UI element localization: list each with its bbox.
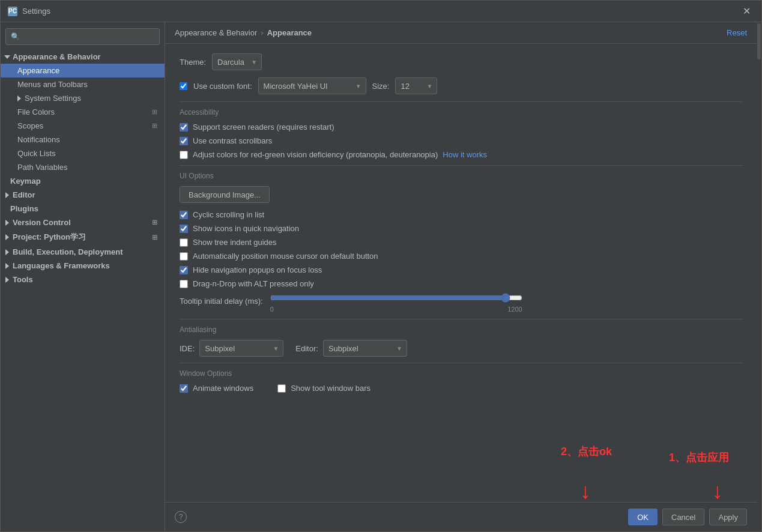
footer-bar: ? OK Cancel Apply (165, 502, 757, 531)
cancel-button[interactable]: Cancel (662, 509, 704, 525)
drag-drop-label: Drag-n-Drop with ALT pressed only (193, 279, 314, 288)
sidebar-item-notifications[interactable]: Notifications (1, 133, 165, 147)
sidebar-item-label: Version Control (13, 218, 71, 227)
editor-select[interactable]: Subpixel (323, 340, 407, 357)
sidebar-item-label: Quick Lists (17, 149, 56, 158)
show-tree-label: Show tree indent guides (193, 238, 276, 247)
show-tool-window-label: Show tool window bars (291, 384, 370, 393)
scrollbar[interactable] (757, 22, 761, 531)
sidebar-item-label: File Colors (17, 107, 55, 116)
tooltip-delay-label: Tooltip initial delay (ms): (180, 293, 263, 306)
sidebar-item-label: Editor (13, 190, 35, 199)
divider3 (180, 319, 742, 319)
cyclic-scrolling-checkbox[interactable] (180, 211, 188, 219)
hide-navigation-checkbox[interactable] (180, 266, 188, 274)
scrollbar-thumb[interactable] (757, 23, 761, 59)
breadcrumb-bar: Appearance & Behavior › Appearance Reset (165, 22, 757, 44)
sidebar-item-keymap[interactable]: Keymap (1, 174, 165, 188)
show-icons-row: Show icons in quick navigation (180, 224, 742, 233)
slider-container: 0 1200 (270, 293, 742, 313)
expand-icon (5, 249, 9, 255)
divider2 (180, 165, 742, 166)
slider-labels: 0 1200 (270, 306, 522, 313)
breadcrumb-separator: › (261, 28, 263, 37)
main-panel: Appearance & Behavior › Appearance Reset… (165, 22, 757, 531)
close-button[interactable]: ✕ (739, 5, 754, 17)
sidebar-item-label: Build, Execution, Deployment (13, 247, 122, 256)
size-select[interactable]: 12 (395, 77, 437, 94)
ide-label: IDE: (180, 344, 195, 353)
sidebar-item-scopes[interactable]: Scopes ⊞ (1, 119, 165, 133)
window-title: Settings (22, 7, 50, 16)
expand-icon (5, 263, 9, 269)
theme-select[interactable]: Darcula (212, 53, 262, 70)
auto-position-label: Automatically position mouse cursor on d… (193, 252, 378, 261)
sidebar-item-label: Plugins (10, 204, 38, 213)
settings-area: Theme: Darcula ▼ Use custom font: Micro (165, 44, 757, 502)
divider (180, 101, 742, 102)
apply-button[interactable]: Apply (709, 509, 747, 525)
sidebar-item-label: Languages & Frameworks (13, 261, 110, 270)
sidebar-item-file-colors[interactable]: File Colors ⊞ (1, 105, 165, 119)
tooltip-slider[interactable] (270, 293, 522, 303)
editor-antialiasing-item: Editor: Subpixel ▼ (295, 340, 407, 357)
background-image-button[interactable]: Background Image... (180, 186, 270, 203)
show-tool-window-checkbox[interactable] (277, 384, 286, 393)
ide-select[interactable]: Subpixel (199, 340, 283, 357)
sidebar-item-editor[interactable]: Editor (1, 188, 165, 202)
sidebar-item-languages[interactable]: Languages & Frameworks (1, 259, 165, 273)
sidebar-item-appearance-behavior[interactable]: Appearance & Behavior (1, 50, 165, 64)
reset-button[interactable]: Reset (727, 28, 747, 37)
sidebar-item-menus-toolbars[interactable]: Menus and Toolbars (1, 77, 165, 91)
help-button[interactable]: ? (175, 511, 187, 523)
sidebar-item-label: Appearance (17, 66, 59, 75)
hide-navigation-row: Hide navigation popups on focus loss (180, 265, 742, 274)
font-select[interactable]: Microsoft YaHei UI (258, 77, 366, 94)
contrast-scrollbars-label: Use contrast scrollbars (193, 136, 272, 145)
adjust-colors-label: Adjust colors for red-green vision defic… (193, 150, 438, 159)
copy-icon: ⊞ (152, 234, 157, 241)
sidebar: 🔍 Appearance & Behavior Appearance Menus… (1, 22, 165, 531)
adjust-colors-checkbox[interactable] (180, 151, 188, 159)
sidebar-item-build[interactable]: Build, Execution, Deployment (1, 245, 165, 259)
use-custom-font-checkbox[interactable] (180, 82, 187, 90)
sidebar-item-version-control[interactable]: Version Control ⊞ (1, 216, 165, 229)
show-icons-checkbox[interactable] (180, 225, 188, 233)
sidebar-item-label: Menus and Toolbars (17, 80, 88, 89)
sidebar-item-label: Tools (13, 275, 33, 284)
use-custom-font-label: Use custom font: (193, 82, 252, 91)
sidebar-item-label: System Settings (25, 94, 81, 103)
cyclic-scrolling-label: Cyclic scrolling in list (193, 210, 264, 219)
show-tool-window-row: Show tool window bars (277, 384, 370, 393)
sidebar-item-tools[interactable]: Tools (1, 273, 165, 286)
support-screen-readers-checkbox[interactable] (180, 123, 188, 131)
auto-position-checkbox[interactable] (180, 252, 188, 261)
show-tree-checkbox[interactable] (180, 238, 188, 247)
theme-row: Theme: Darcula ▼ (180, 53, 742, 70)
sidebar-item-appearance[interactable]: Appearance (1, 64, 165, 77)
expand-icon (5, 277, 9, 283)
sidebar-item-quick-lists[interactable]: Quick Lists (1, 147, 165, 160)
app-icon: PC (8, 7, 17, 16)
slider-min: 0 (270, 306, 274, 313)
contrast-scrollbars-checkbox[interactable] (180, 137, 188, 145)
how-it-works-link[interactable]: How it works (443, 150, 487, 159)
search-input[interactable] (22, 32, 154, 41)
sidebar-item-label: Appearance & Behavior (13, 52, 101, 61)
sidebar-item-system-settings[interactable]: System Settings (1, 91, 165, 105)
ok-button[interactable]: OK (628, 509, 658, 525)
sidebar-item-project-python[interactable]: Project: Python学习 ⊞ (1, 229, 165, 245)
sidebar-item-label: Keymap (10, 177, 41, 186)
theme-select-wrapper: Darcula ▼ (212, 53, 262, 70)
search-box[interactable]: 🔍 (5, 28, 160, 45)
support-screen-readers-row: Support screen readers (requires restart… (180, 122, 742, 131)
titlebar: PC Settings ✕ (1, 1, 761, 22)
font-row: Use custom font: Microsoft YaHei UI ▼ Si… (180, 77, 742, 94)
sidebar-item-plugins[interactable]: Plugins (1, 202, 165, 216)
ui-options-title: UI Options (180, 172, 742, 180)
animate-windows-checkbox[interactable] (180, 384, 188, 393)
settings-window: PC Settings ✕ 🔍 Appearance & Behavior Ap… (0, 0, 762, 532)
drag-drop-checkbox[interactable] (180, 280, 188, 288)
breadcrumb-current: Appearance (267, 28, 312, 37)
sidebar-item-path-variables[interactable]: Path Variables (1, 160, 165, 174)
